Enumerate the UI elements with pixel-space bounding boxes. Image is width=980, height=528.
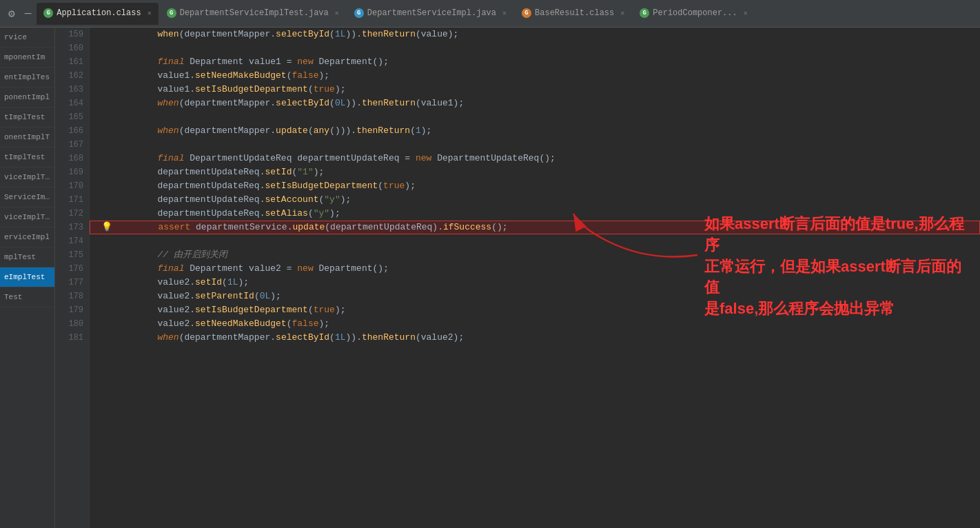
line-num-179: 179 xyxy=(55,303,89,317)
sidebar: rvice mponentIm entImplTes ponentImpl tI… xyxy=(0,28,55,528)
line-num-177: 177 xyxy=(55,276,89,290)
line-num-163: 163 xyxy=(55,83,89,97)
line-num-162: 162 xyxy=(55,69,89,83)
sidebar-item-serviceimpl[interactable]: ServiceImpl xyxy=(0,187,54,207)
code-line-167 xyxy=(90,138,980,152)
annotation-overlay: 如果assert断言后面的值是true,那么程序 正常运行，但是如果assert… xyxy=(704,214,966,320)
line-num-159: 159 xyxy=(55,28,89,41)
line-num-178: 178 xyxy=(55,290,89,303)
sidebar-item-viceimpltes2[interactable]: viceImplTes xyxy=(0,207,54,227)
line-num-170: 170 xyxy=(55,179,89,193)
tab-icon-periodcomponent: G xyxy=(640,8,649,18)
sidebar-item-erviceimpl[interactable]: erviceImpl xyxy=(0,227,54,247)
line-num-172: 172 xyxy=(55,207,89,221)
settings-icon[interactable]: ⚙ xyxy=(4,4,19,23)
code-line-164: when(departmentMapper.selectById(0L)).th… xyxy=(90,97,980,110)
line-num-171: 171 xyxy=(55,193,89,207)
tab-label-deptserviceimpl: DepartmentServiceImpl.java xyxy=(367,8,496,18)
sidebar-item-test[interactable]: Test xyxy=(0,287,54,307)
sidebar-item-mpltest[interactable]: mplTest xyxy=(0,247,54,267)
code-line-162: value1.setNeedMakeBudget(false); xyxy=(90,69,980,83)
line-num-176: 176 xyxy=(55,262,89,276)
tab-close-deptservicetest[interactable]: ✕ xyxy=(335,9,339,17)
line-num-180: 180 xyxy=(55,317,89,331)
tab-icon-baseresult: G xyxy=(522,8,531,18)
code-line-163: value1.setIsBudgetDepartment(true); xyxy=(90,83,980,97)
tab-periodcomponent[interactable]: G PeriodComponer... ✕ xyxy=(633,3,754,25)
sidebar-item-timpltest[interactable]: tImplTest xyxy=(0,108,54,128)
line-num-175: 175 xyxy=(55,248,89,262)
editor-area: 159 160 161 162 163 164 165 166 167 168 … xyxy=(55,28,980,528)
code-line-181: when(departmentMapper.selectById(1L)).th… xyxy=(90,331,980,345)
line-num-181: 181 xyxy=(55,331,89,345)
code-line-160 xyxy=(90,41,980,55)
line-num-161: 161 xyxy=(55,55,89,69)
tab-bar: ⚙ — G Application.class ✕ G DepartmentSe… xyxy=(0,0,980,28)
code-line-166: when(departmentMapper.update(any())).the… xyxy=(90,124,980,138)
code-editor: 159 160 161 162 163 164 165 166 167 168 … xyxy=(55,28,980,528)
line-num-166: 166 xyxy=(55,124,89,138)
line-numbers: 159 160 161 162 163 164 165 166 167 168 … xyxy=(55,28,90,528)
tab-deptserviceimpl[interactable]: G DepartmentServiceImpl.java ✕ xyxy=(347,3,513,25)
sidebar-item-timpltest2[interactable]: tImplTest xyxy=(0,148,54,167)
line-num-169: 169 xyxy=(55,165,89,179)
minimize-icon[interactable]: — xyxy=(21,5,36,23)
line-num-160: 160 xyxy=(55,41,89,55)
code-content[interactable]: when(departmentMapper.selectById(1L)).th… xyxy=(90,28,980,528)
sidebar-item-viceimpltes[interactable]: viceImplTes xyxy=(0,167,54,187)
tab-icon-deptservicetest: G xyxy=(167,8,176,18)
sidebar-item-eimpltest[interactable]: eImplTest xyxy=(0,267,54,287)
main-layout: rvice mponentIm entImplTes ponentImpl tI… xyxy=(0,28,980,528)
tab-label-deptservicetest: DepartmentServiceImplTest.java xyxy=(180,8,329,18)
tab-application[interactable]: G Application.class ✕ xyxy=(37,3,158,25)
code-line-170: departmentUpdateReq.setIsBudgetDepartmen… xyxy=(90,179,980,193)
tab-label-application: Application.class xyxy=(57,8,141,18)
tab-close-deptserviceimpl[interactable]: ✕ xyxy=(502,9,507,17)
annotation-text: 如果assert断言后面的值是true,那么程序 正常运行，但是如果assert… xyxy=(704,214,966,320)
gutter-173: 💡 xyxy=(99,221,115,234)
code-line-169: departmentUpdateReq.setId("1"); xyxy=(90,165,980,179)
tab-close-application[interactable]: ✕ xyxy=(147,9,152,17)
line-num-168: 168 xyxy=(55,152,89,165)
code-line-168: final DepartmentUpdateReq departmentUpda… xyxy=(90,152,980,165)
line-num-167: 167 xyxy=(55,138,89,152)
tab-close-baseresult[interactable]: ✕ xyxy=(620,9,624,17)
line-num-165: 165 xyxy=(55,110,89,124)
bulb-icon[interactable]: 💡 xyxy=(101,221,112,234)
sidebar-item-entimpltes[interactable]: entImplTes xyxy=(0,68,54,88)
sidebar-item-rvice[interactable]: rvice xyxy=(0,28,54,48)
sidebar-item-ponentimpl[interactable]: ponentImpl xyxy=(0,88,54,108)
annotation-arrow xyxy=(566,207,704,262)
tab-label-baseresult: BaseResult.class xyxy=(535,8,614,18)
tab-icon-deptserviceimpl: G xyxy=(354,8,364,18)
code-line-161: final Department value1 = new Department… xyxy=(90,55,980,69)
line-num-173: 173 xyxy=(55,221,89,234)
code-line-159: when(departmentMapper.selectById(1L)).th… xyxy=(90,28,980,41)
code-line-165 xyxy=(90,110,980,124)
sidebar-item-mponentim[interactable]: mponentIm xyxy=(0,48,54,68)
line-num-164: 164 xyxy=(55,97,89,110)
sidebar-item-onentimplt[interactable]: onentImplT xyxy=(0,128,54,148)
tab-label-periodcomponent: PeriodComponer... xyxy=(653,8,737,18)
code-line-171: departmentUpdateReq.setAccount("y"); xyxy=(90,193,980,207)
tab-baseresult[interactable]: G BaseResult.class ✕ xyxy=(515,3,631,25)
line-num-174: 174 xyxy=(55,234,89,248)
tab-deptservicetest[interactable]: G DepartmentServiceImplTest.java ✕ xyxy=(160,3,346,25)
tab-icon-application: G xyxy=(43,8,53,18)
tab-close-periodcomponent[interactable]: ✕ xyxy=(744,9,748,17)
